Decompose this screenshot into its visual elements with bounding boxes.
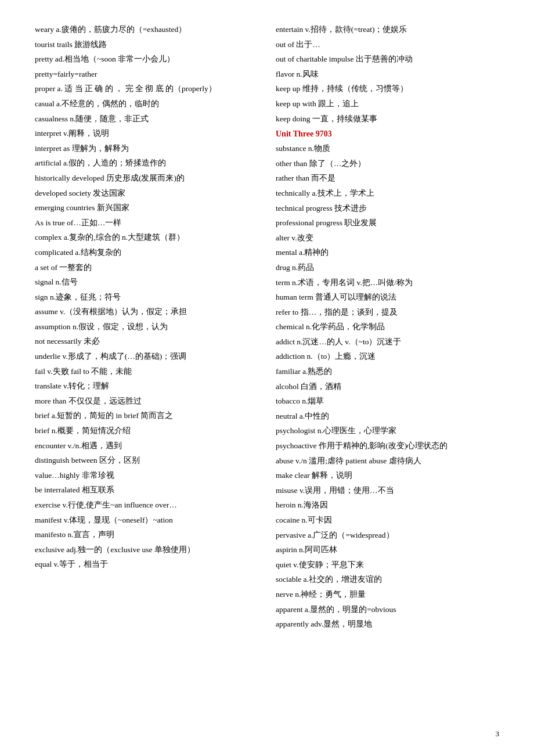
- list-item: psychoactive 作用于精神的,影响(改变)心理状态的: [276, 440, 499, 452]
- page-number: 3: [496, 729, 500, 739]
- left-column: weary a.疲倦的，筋疲力尽的（=exhausted）tourist tra…: [35, 23, 258, 631]
- list-item: pervasive a.广泛的（=widespread）: [276, 529, 499, 542]
- list-item: out of 出于…: [276, 38, 499, 51]
- list-item: aspirin n.阿司匹林: [276, 543, 499, 556]
- list-item: apparent a.显然的，明显的=obvious: [276, 603, 499, 616]
- list-item: brief n.概要，简短情况介绍: [35, 424, 258, 437]
- list-item: casualness n.随便，随意，非正式: [35, 113, 258, 125]
- list-item: As is true of…正如…一样: [35, 217, 258, 229]
- right-column: entertain v.招待，款待(=treat)；使娱乐out of 出于…o…: [276, 23, 499, 631]
- list-item: brief a.短暂的，简短的 in brief 简而言之: [35, 409, 258, 422]
- list-item: abuse v./n 滥用;虐待 patient abuse 虐待病人: [276, 455, 499, 467]
- list-item: neutral a.中性的: [276, 410, 499, 423]
- list-item: addict n.沉迷…的人 v.（~to）沉迷于: [276, 336, 499, 348]
- list-item: manifesto n.宣言，声明: [35, 528, 258, 541]
- list-item: flavor n.风味: [276, 68, 499, 81]
- list-item: pretty ad.相当地（~soon 非常一小会儿）: [35, 53, 258, 66]
- list-item: other than 除了（…之外）: [276, 157, 499, 170]
- list-item: proper a. 适 当 正 确 的 ， 完 全 彻 底 的（properly…: [35, 82, 258, 95]
- list-item: manifest v.体现，显现（~oneself）~ation: [35, 514, 258, 527]
- list-item: make clear 解释，说明: [276, 469, 499, 482]
- list-item: equal v.等于，相当于: [35, 558, 258, 571]
- list-item: keep up with 跟上，追上: [276, 98, 499, 110]
- list-item: quiet v.使安静；平息下来: [276, 559, 499, 571]
- list-item: tourist trails 旅游线路: [35, 38, 258, 51]
- list-item: more than 不仅仅是，远远胜过: [35, 395, 258, 408]
- list-item: mental a.精神的: [276, 246, 499, 259]
- list-item: artificial a.假的，人造的；矫揉造作的: [35, 157, 258, 170]
- list-item: entertain v.招待，款待(=treat)；使娱乐: [276, 23, 499, 36]
- list-item: sign n.迹象，征兆；符号: [35, 291, 258, 304]
- list-item: heroin n.海洛因: [276, 499, 499, 512]
- list-item: pretty=fairly=rather: [35, 68, 258, 81]
- list-item: interpret as 理解为，解释为: [35, 142, 258, 155]
- list-item: fail v.失败 fail to 不能，未能: [35, 365, 258, 378]
- list-item: technically a.技术上，学术上: [276, 187, 499, 200]
- list-item: nerve n.神经；勇气，胆量: [276, 588, 499, 601]
- list-item: be interralated 相互联系: [35, 484, 258, 496]
- list-item: underlie v.形成了，构成了(…的基础)；强调: [35, 350, 258, 363]
- list-item: chemical n.化学药品，化学制品: [276, 321, 499, 333]
- main-content: weary a.疲倦的，筋疲力尽的（=exhausted）tourist tra…: [35, 23, 499, 631]
- list-item: interpret v.阐释，说明: [35, 127, 258, 140]
- list-item: distinguish between 区分，区别: [35, 454, 258, 467]
- list-item: Unit Three 9703: [276, 129, 499, 139]
- list-item: exercise v.行使,使产生~an influence over…: [35, 499, 258, 512]
- list-item: alcohol 白酒，酒精: [276, 380, 499, 393]
- list-item: addiction n.（to）上瘾，沉迷: [276, 350, 499, 363]
- list-item: term n.术语，专用名词 v.把…叫做/称为: [276, 276, 499, 289]
- list-item: signal n.信号: [35, 276, 258, 289]
- list-item: cocaine n.可卡因: [276, 514, 499, 527]
- list-item: complex a.复杂的,综合的 n.大型建筑（群）: [35, 231, 258, 244]
- list-item: refer to 指…，指的是；谈到，提及: [276, 306, 499, 319]
- list-item: rather than 而不是: [276, 172, 499, 185]
- list-item: tobacco n.烟草: [276, 395, 499, 408]
- list-item: exclusive adj.独一的（exclusive use 单独使用）: [35, 543, 258, 556]
- list-item: assumption n.假设，假定，设想，认为: [35, 321, 258, 333]
- list-item: substance n.物质: [276, 142, 499, 155]
- list-item: not necessarily 未必: [35, 335, 258, 348]
- list-item: emerging countries 新兴国家: [35, 201, 258, 214]
- list-item: translate v.转化；理解: [35, 380, 258, 393]
- list-item: value…highly 非常珍视: [35, 469, 258, 482]
- list-item: drug n.药品: [276, 261, 499, 274]
- list-item: psychologist n.心理医生，心理学家: [276, 424, 499, 437]
- list-item: keep up 维持，持续（传统，习惯等）: [276, 82, 499, 95]
- list-item: professional progress 职业发展: [276, 217, 499, 229]
- list-item: developed society 发达国家: [35, 187, 258, 200]
- list-item: alter v.改变: [276, 232, 499, 244]
- list-item: familiar a.熟悉的: [276, 365, 499, 378]
- list-item: misuse v.误用，用错；使用…不当: [276, 484, 499, 497]
- list-item: a set of 一整套的: [35, 261, 258, 274]
- list-item: apparently adv.显然，明显地: [276, 618, 499, 631]
- list-item: complicated a.结构复杂的: [35, 246, 258, 259]
- list-item: human term 普通人可以理解的说法: [276, 291, 499, 304]
- list-item: technical progress 技术进步: [276, 202, 499, 215]
- list-item: casual a.不经意的，偶然的，临时的: [35, 98, 258, 110]
- list-item: out of charitable impulse 出于慈善的冲动: [276, 53, 499, 66]
- list-item: keep doing 一直，持续做某事: [276, 113, 499, 125]
- list-item: encounter v./n.相遇，遇到: [35, 440, 258, 452]
- list-item: weary a.疲倦的，筋疲力尽的（=exhausted）: [35, 23, 258, 36]
- list-item: assume v.（没有根据地）认为，假定；承担: [35, 305, 258, 318]
- list-item: historically developed 历史形成(发展而来)的: [35, 172, 258, 185]
- list-item: sociable a.社交的，增进友谊的: [276, 573, 499, 586]
